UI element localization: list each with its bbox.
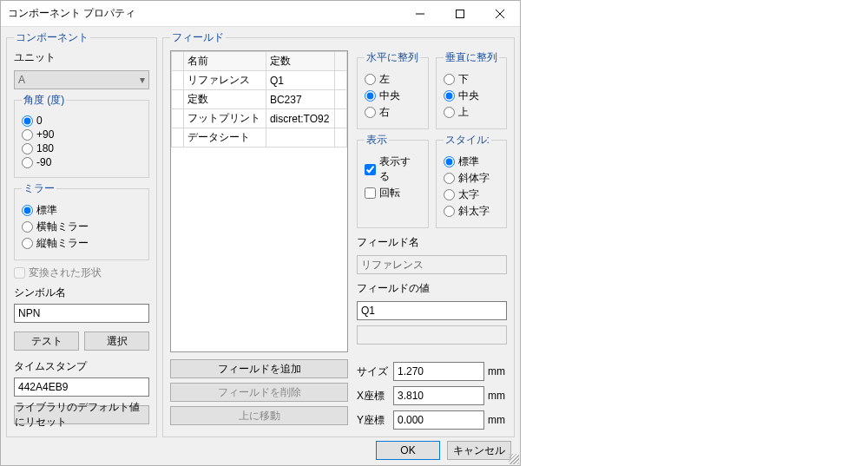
mirror-radio-0[interactable]: [22, 205, 33, 216]
ok-button[interactable]: OK: [376, 441, 440, 460]
cell-name: 定数: [184, 90, 266, 109]
unit-label: ユニット: [14, 50, 149, 65]
move-up-button: 上に移動: [170, 406, 348, 425]
angle-legend: 角度 (度): [22, 93, 66, 108]
mirror-group: ミラー 標準横軸ミラー縦軸ミラー: [14, 181, 149, 260]
size-input[interactable]: [393, 362, 484, 381]
valign-radio-2[interactable]: [444, 107, 455, 118]
angle-radio-0[interactable]: [22, 115, 33, 127]
delete-field-button: フィールドを削除: [170, 383, 348, 402]
close-button[interactable]: [480, 1, 520, 27]
style-label-0: 標準: [458, 154, 479, 169]
style-radio-0[interactable]: [444, 156, 455, 167]
halign-radio-1[interactable]: [365, 90, 376, 102]
y-unit: mm: [488, 414, 507, 426]
rotate-checkbox[interactable]: [365, 187, 376, 199]
table-row[interactable]: フットプリントdiscret:TO92: [172, 109, 347, 128]
angle-radio-3[interactable]: [22, 157, 33, 168]
halign-legend: 水平に整列: [365, 50, 420, 65]
mirror-label-2: 縦軸ミラー: [36, 236, 89, 251]
mirror-radio-1[interactable]: [22, 221, 33, 233]
table-row[interactable]: リファレンスQ1: [172, 71, 347, 90]
add-field-button[interactable]: フィールドを追加: [170, 359, 348, 378]
fieldname-value: リファレンス: [357, 255, 507, 274]
titlebar: コンポーネント プロパティ: [1, 1, 520, 27]
field-legend: フィールド: [170, 30, 226, 45]
timestamp-input[interactable]: [14, 377, 149, 397]
y-input[interactable]: [393, 410, 484, 430]
component-legend: コンポーネント: [14, 30, 90, 45]
style-label-1: 斜体字: [458, 171, 490, 186]
size-unit: mm: [488, 365, 507, 377]
show-label: 表示する: [379, 154, 421, 184]
halign-label-1: 中央: [379, 89, 400, 103]
x-input[interactable]: [393, 386, 484, 405]
angle-label-2: 180: [36, 142, 54, 154]
valign-legend: 垂直に整列: [444, 50, 499, 65]
reset-defaults-button[interactable]: ライブラリのデフォルト値にリセット: [14, 405, 149, 424]
angle-radio-1[interactable]: [22, 129, 33, 141]
halign-radio-2[interactable]: [365, 107, 376, 118]
y-label: Y座標: [357, 413, 390, 428]
cell-value: BC237: [266, 90, 334, 109]
halign-radio-0[interactable]: [365, 74, 376, 85]
cancel-button[interactable]: キャンセル: [447, 441, 511, 460]
style-radio-2[interactable]: [444, 189, 455, 200]
valign-label-2: 上: [458, 105, 469, 120]
test-button[interactable]: テスト: [14, 331, 79, 351]
svg-rect-1: [457, 10, 464, 17]
unit-select[interactable]: A ▾: [14, 70, 149, 89]
unit-value: A: [18, 74, 25, 86]
mirror-label-0: 標準: [36, 203, 57, 218]
valign-label-0: 下: [458, 72, 469, 87]
maximize-button[interactable]: [440, 1, 480, 27]
mirror-legend: ミラー: [22, 181, 56, 196]
style-legend: スタイル:: [444, 133, 491, 148]
style-radio-3[interactable]: [444, 206, 455, 217]
valign-label-1: 中央: [458, 89, 479, 103]
table-header[interactable]: 名前: [184, 52, 266, 71]
converted-checkbox: [14, 267, 25, 279]
cell-value: [266, 128, 334, 148]
halign-label-2: 右: [379, 105, 390, 120]
field-table[interactable]: 名前定数リファレンスQ1定数BC237フットプリントdiscret:TO92デー…: [170, 50, 348, 352]
fieldvalue-extra: [357, 325, 507, 345]
cell-value: Q1: [266, 71, 334, 90]
timestamp-label: タイムスタンプ: [14, 359, 149, 374]
fieldvalue-input[interactable]: [357, 301, 507, 320]
component-group: コンポーネント ユニット A ▾ 角度 (度) 0+90180-90 ミラー 標…: [6, 30, 157, 437]
mirror-radio-2[interactable]: [22, 238, 33, 249]
resize-grip[interactable]: [509, 454, 519, 464]
angle-label-1: +90: [36, 128, 54, 141]
valign-group: 垂直に整列 下中央上: [436, 50, 508, 129]
minimize-button[interactable]: [400, 1, 440, 27]
rotate-label: 回転: [379, 186, 400, 200]
field-group: フィールド 名前定数リファレンスQ1定数BC237フットプリントdiscret:…: [162, 30, 515, 437]
table-row[interactable]: 定数BC237: [172, 90, 347, 109]
angle-label-0: 0: [36, 115, 43, 127]
halign-label-0: 左: [379, 72, 390, 87]
converted-label: 変換された形状: [29, 266, 102, 280]
select-button[interactable]: 選択: [84, 331, 149, 351]
chevron-down-icon: ▾: [140, 74, 145, 86]
table-header[interactable]: 定数: [266, 52, 334, 71]
fieldname-label: フィールド名: [357, 235, 507, 250]
angle-radio-2[interactable]: [22, 143, 33, 154]
cell-name: フットプリント: [184, 109, 266, 128]
style-group: スタイル: 標準斜体字太字斜太字: [436, 133, 508, 228]
show-group: 表示 表示する 回転: [357, 133, 429, 228]
valign-radio-0[interactable]: [444, 74, 455, 85]
halign-group: 水平に整列 左中央右: [357, 50, 429, 129]
symbol-input[interactable]: [14, 304, 149, 323]
show-legend: 表示: [365, 133, 389, 148]
show-checkbox[interactable]: [365, 164, 376, 175]
style-label-3: 斜太字: [458, 204, 490, 219]
cell-name: データシート: [184, 128, 266, 148]
angle-group: 角度 (度) 0+90180-90: [14, 93, 149, 178]
window-title: コンポーネント プロパティ: [8, 6, 400, 21]
table-row[interactable]: データシート: [172, 128, 347, 148]
mirror-label-1: 横軸ミラー: [36, 220, 89, 234]
style-radio-1[interactable]: [444, 173, 455, 184]
x-label: X座標: [357, 389, 390, 404]
valign-radio-1[interactable]: [444, 90, 455, 102]
